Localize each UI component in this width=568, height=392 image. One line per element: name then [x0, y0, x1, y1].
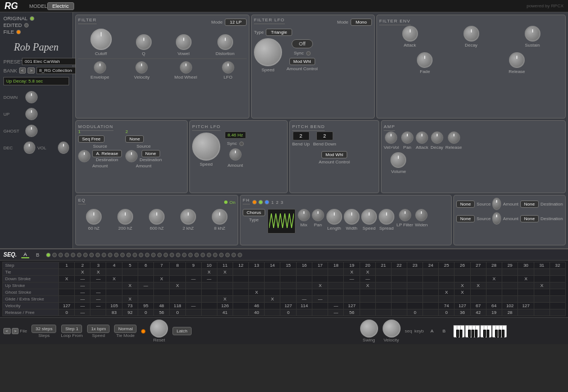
seq-cell-r7-c14[interactable]: 0 [280, 309, 297, 316]
flfo-off-button[interactable]: Off [292, 39, 313, 48]
seq-cell-r1-c10[interactable]: X [217, 269, 233, 276]
seq-cell-r2-c10[interactable] [217, 276, 233, 282]
seq-cell-r1-c8[interactable] [185, 269, 201, 276]
seq-cell-r3-c5[interactable]: — [138, 282, 154, 289]
black-key[interactable] [495, 330, 498, 338]
seq-cell-r3-c23[interactable] [423, 282, 439, 289]
seq-cell-r3-c7[interactable]: X [170, 282, 186, 289]
seq-cell-r5-c10[interactable]: X [217, 296, 233, 303]
seq-cell-r6-c12[interactable]: 46 [249, 303, 265, 309]
seq-cell-r3-c24[interactable] [439, 282, 455, 289]
seq-cell-r3-c31[interactable] [549, 282, 565, 289]
seq-dot-21[interactable] [170, 253, 174, 257]
seq-cell-r6-c21[interactable] [392, 303, 407, 309]
reset-knob[interactable] [150, 320, 168, 338]
seq-cell-r0-c19[interactable]: 20 [360, 262, 375, 269]
seq-cell-r6-c7[interactable]: 118 [170, 303, 186, 309]
seq-cell-r5-c3[interactable] [106, 296, 122, 303]
loop-from-button[interactable]: Step 1 [61, 325, 82, 333]
filter-envelope-knob[interactable] [94, 61, 106, 74]
seq-dot-30[interactable] [225, 253, 230, 257]
seq-cell-r5-c22[interactable] [407, 296, 423, 303]
seq-cell-r1-c6[interactable] [154, 269, 170, 276]
seq-cell-r3-c10[interactable] [217, 282, 233, 289]
bank-next-button[interactable]: > [28, 67, 35, 74]
fenv-release-knob[interactable] [509, 52, 525, 68]
amp-release-knob[interactable] [448, 131, 460, 144]
seq-cell-r4-c2[interactable]: — [90, 289, 106, 296]
amp-decay-knob[interactable] [431, 131, 443, 144]
seq-cell-r3-c6[interactable] [154, 282, 170, 289]
seq-cell-r2-c31[interactable] [549, 276, 565, 282]
seq-dot-20[interactable] [163, 253, 168, 257]
seq-cell-r5-c14[interactable] [280, 296, 297, 303]
seq-cell-r0-c20[interactable]: 21 [376, 262, 392, 269]
black-key[interactable] [471, 330, 474, 338]
seq-cell-r4-c26[interactable] [470, 289, 486, 296]
fh-tab3[interactable]: 3 [281, 200, 283, 205]
seq-cell-r3-c15[interactable] [296, 282, 312, 289]
seq-cell-r3-c19[interactable]: X [360, 282, 375, 289]
seq-cell-r4-c12[interactable]: X [249, 289, 265, 296]
seq-cell-r1-c22[interactable] [407, 269, 423, 276]
amp-attack-knob[interactable] [416, 131, 428, 144]
seq-cell-r1-c18[interactable]: X [344, 269, 360, 276]
plfo-speed-knob[interactable] [192, 133, 220, 161]
seq-cell-r6-c16[interactable] [312, 303, 328, 309]
seq-cell-r5-c6[interactable] [154, 296, 170, 303]
seq-cell-r1-c3[interactable] [106, 269, 122, 276]
seq-cell-r4-c24[interactable]: X [439, 289, 455, 296]
seq-dot-1[interactable] [46, 253, 51, 257]
seq-cell-r4-c14[interactable] [280, 289, 297, 296]
seq-cell-r7-c30[interactable] [534, 309, 549, 316]
seq-cell-r4-c11[interactable] [233, 289, 249, 296]
seq-cell-r1-c16[interactable] [312, 269, 328, 276]
seq-dot-29[interactable] [219, 253, 224, 257]
fh-mix-knob[interactable] [298, 209, 310, 221]
seq-cell-r3-c16[interactable]: X [312, 282, 328, 289]
seq-cell-r2-c9[interactable]: — [201, 276, 217, 282]
seq-cell-r6-c25[interactable]: 127 [455, 303, 471, 309]
model-button[interactable]: Electric [47, 2, 74, 10]
seq-dot-19[interactable] [157, 253, 162, 257]
seq-cell-r5-c8[interactable] [185, 296, 201, 303]
seq-cell-r2-c4[interactable] [122, 276, 138, 282]
seq-cell-r3-c27[interactable] [486, 282, 502, 289]
seq-cell-r2-c6[interactable]: X [154, 276, 170, 282]
seq-cell-r4-c17[interactable] [328, 289, 344, 296]
seq-cell-r5-c9[interactable] [201, 296, 217, 303]
seq-cell-r0-c18[interactable]: 19 [344, 262, 360, 269]
seq-cell-r3-c0[interactable] [58, 282, 75, 289]
seq-cell-r5-c24[interactable] [439, 296, 455, 303]
seq-cell-r2-c3[interactable]: X [106, 276, 122, 282]
seq-cell-r6-c8[interactable]: — [185, 303, 201, 309]
seq-dot-24[interactable] [188, 253, 193, 257]
seq-cell-r3-c1[interactable]: — [75, 282, 90, 289]
seq-cell-r7-c7[interactable]: 0 [170, 309, 186, 316]
seq-cell-r1-c30[interactable] [534, 269, 549, 276]
seq-cell-r4-c31[interactable] [549, 289, 565, 296]
seq-cell-r2-c24[interactable] [439, 276, 455, 282]
seq-cell-r4-c29[interactable] [518, 289, 534, 296]
seq-cell-r5-c13[interactable]: X [265, 296, 280, 303]
seq-dot-6[interactable] [77, 253, 81, 257]
seq-cell-r4-c21[interactable] [392, 289, 407, 296]
seq-dot-13[interactable] [120, 253, 125, 257]
seq-cell-r7-c1[interactable]: — [75, 309, 90, 316]
seq-dot-23[interactable] [182, 253, 187, 257]
seq-cell-r5-c29[interactable] [518, 296, 534, 303]
seq-cell-r7-c12[interactable]: 40 [249, 309, 265, 316]
fenv-sustain-knob[interactable] [525, 26, 540, 42]
seq-cell-r6-c13[interactable] [265, 303, 280, 309]
black-key[interactable] [502, 330, 505, 338]
seq-cell-r7-c17[interactable]: — [328, 309, 344, 316]
black-key[interactable] [475, 330, 478, 338]
seq-grid[interactable]: Step123456789101112131415161718192021222… [0, 261, 568, 317]
seq-cell-r4-c22[interactable] [407, 289, 423, 296]
seq-cell-r0-c2[interactable]: 3 [90, 262, 106, 269]
seq-cell-r4-c23[interactable] [423, 289, 439, 296]
seq-cell-r0-c1[interactable]: 2 [75, 262, 90, 269]
seq-cell-r1-c15[interactable] [296, 269, 312, 276]
seq-cell-r6-c3[interactable]: 105 [106, 303, 122, 309]
seq-cell-r0-c11[interactable]: 12 [233, 262, 249, 269]
